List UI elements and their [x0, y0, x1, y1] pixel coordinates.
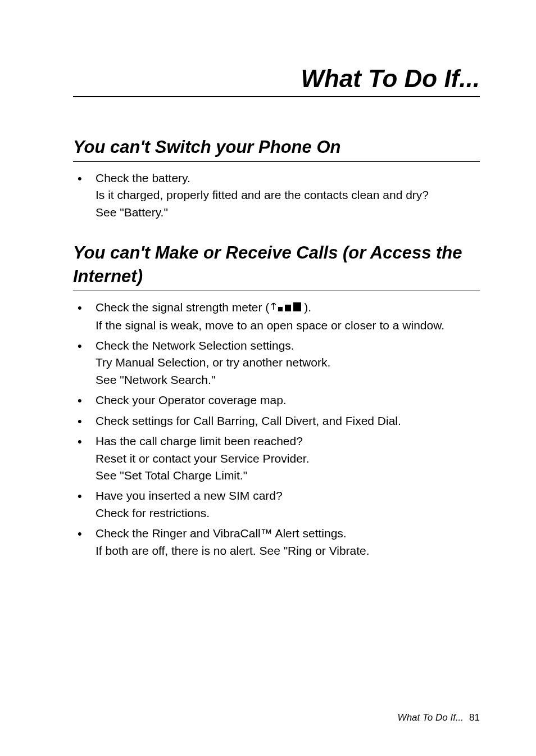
- list-item: Check the battery. Is it charged, proper…: [73, 170, 480, 221]
- footer-label: What To Do If...: [398, 712, 464, 723]
- bullet-list: Check the signal strength meter (). If t…: [73, 299, 480, 559]
- list-line: If the signal is weak, move to an open s…: [96, 319, 444, 332]
- list-line: Reset it or contact your Service Provide…: [96, 452, 310, 465]
- svg-rect-2: [285, 305, 291, 311]
- list-line: If both are off, there is no alert. See …: [96, 544, 370, 557]
- list-item: Check the Ringer and VibraCall™ Alert se…: [73, 525, 480, 559]
- list-line: See "Network Search.": [96, 373, 215, 386]
- list-line: See "Set Total Charge Limit.": [96, 469, 247, 482]
- signal-strength-icon: [270, 300, 303, 316]
- svg-point-0: [273, 304, 274, 305]
- list-item: Has the call charge limit been reached? …: [73, 433, 480, 484]
- page-number: 81: [469, 712, 480, 723]
- page-footer: What To Do If...81: [398, 712, 480, 723]
- list-item: Check your Operator coverage map.: [73, 392, 480, 409]
- list-line: Check the battery.: [96, 171, 190, 184]
- page-title: What To Do If...: [73, 65, 480, 97]
- section-heading: You can't Make or Receive Calls (or Acce…: [73, 241, 480, 291]
- list-line: Try Manual Selection, or try another net…: [96, 356, 330, 369]
- list-line: Has the call charge limit been reached?: [96, 434, 303, 447]
- list-line: Check settings for Call Barring, Call Di…: [96, 414, 401, 427]
- list-line: Check for restrictions.: [96, 506, 210, 519]
- list-item: Check settings for Call Barring, Call Di…: [73, 413, 480, 429]
- list-line: Check your Operator coverage map.: [96, 393, 287, 406]
- list-line: ).: [304, 301, 311, 314]
- list-line: Check the signal strength meter (: [96, 301, 269, 314]
- section-calls-internet: You can't Make or Receive Calls (or Acce…: [73, 241, 480, 559]
- list-item: Have you inserted a new SIM card? Check …: [73, 487, 480, 522]
- section-heading: You can't Switch your Phone On: [73, 135, 480, 162]
- bullet-list: Check the battery. Is it charged, proper…: [73, 170, 480, 221]
- list-item: Check the Network Selection settings. Tr…: [73, 337, 480, 388]
- svg-rect-1: [278, 307, 283, 311]
- list-item: Check the signal strength meter (). If t…: [73, 299, 480, 334]
- list-line: Have you inserted a new SIM card?: [96, 489, 283, 502]
- list-line: Check the Network Selection settings.: [96, 339, 294, 352]
- list-line: Is it charged, properly fitted and are t…: [96, 188, 429, 201]
- list-line: See "Battery.": [96, 206, 168, 219]
- section-switch-on: You can't Switch your Phone On Check the…: [73, 135, 480, 221]
- list-line: Check the Ringer and VibraCall™ Alert se…: [96, 527, 347, 540]
- svg-rect-3: [293, 302, 301, 311]
